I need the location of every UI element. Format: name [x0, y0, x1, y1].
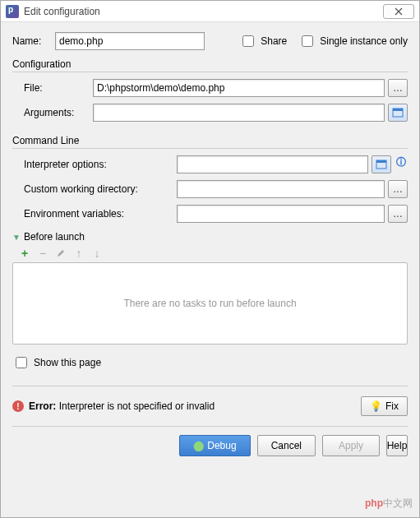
interpreter-options-input[interactable] — [177, 155, 368, 173]
cancel-button[interactable]: Cancel — [257, 435, 316, 456]
error-text: Error: Interpreter is not specified or i… — [29, 400, 215, 412]
bulb-icon: 💡 — [370, 400, 382, 412]
before-launch-toolbar: + − ↑ ↓ — [12, 247, 408, 259]
error-icon: ! — [12, 400, 24, 412]
env-vars-row: Environment variables: … — [12, 205, 408, 223]
add-task-button[interactable]: + — [19, 247, 30, 259]
file-input[interactable] — [93, 79, 385, 97]
error-row: ! Error: Interpreter is not specified or… — [12, 386, 408, 416]
cancel-label: Cancel — [271, 440, 302, 451]
watermark-brand: php — [365, 497, 383, 509]
svg-rect-3 — [376, 160, 386, 163]
bug-icon: ⬤ — [193, 440, 204, 451]
tasks-list: There are no tasks to run before launch — [12, 262, 408, 345]
watermark: php中文网 — [365, 497, 413, 511]
help-label: Help — [387, 440, 408, 451]
env-vars-label: Environment variables: — [12, 208, 177, 220]
move-up-button[interactable]: ↑ — [73, 247, 85, 259]
configuration-section-title: Configuration — [12, 58, 408, 72]
tasks-empty-text: There are no tasks to run before launch — [123, 298, 296, 309]
file-browse-button[interactable]: … — [388, 79, 408, 97]
remove-task-button[interactable]: − — [37, 247, 48, 259]
debug-label: Debug — [207, 440, 236, 451]
close-icon — [394, 7, 404, 16]
dialog-content: Name: Share Single instance only Configu… — [1, 22, 419, 463]
apply-label: Apply — [339, 440, 363, 451]
name-row: Name: Share Single instance only — [12, 32, 408, 50]
ellipsis-icon: … — [393, 82, 403, 94]
before-launch-section: ▼ Before launch + − ↑ ↓ There are no tas… — [12, 231, 408, 371]
edit-configuration-dialog: Edit configuration Name: Share Single in… — [0, 0, 420, 518]
env-vars-browse-button[interactable]: … — [388, 205, 408, 223]
pencil-icon — [56, 248, 66, 258]
chevron-down-icon: ▼ — [12, 233, 21, 242]
app-icon — [6, 5, 19, 18]
file-row: File: … — [12, 79, 408, 97]
working-dir-input[interactable] — [177, 180, 385, 198]
fix-label: Fix — [385, 400, 399, 412]
fix-button[interactable]: 💡 Fix — [361, 396, 408, 416]
arguments-expand-button[interactable] — [388, 104, 408, 122]
ellipsis-icon: … — [393, 183, 403, 195]
watermark-suffix: 中文网 — [383, 497, 413, 509]
help-button[interactable]: Help — [386, 435, 408, 456]
ellipsis-icon: … — [393, 208, 403, 220]
single-instance-box[interactable] — [302, 35, 313, 47]
arguments-label: Arguments: — [12, 107, 93, 118]
show-this-page-checkbox[interactable]: Show this page — [12, 354, 101, 371]
working-dir-row: Custom working directory: … — [12, 180, 408, 198]
command-line-section-title: Command Line — [12, 135, 408, 149]
before-launch-title: Before launch — [24, 231, 85, 243]
show-this-page-label: Show this page — [34, 357, 101, 368]
env-vars-input[interactable] — [177, 205, 385, 223]
name-input[interactable] — [55, 32, 205, 50]
svg-rect-1 — [393, 109, 403, 111]
working-dir-browse-button[interactable]: … — [388, 180, 408, 198]
close-button[interactable] — [383, 4, 414, 19]
arguments-input[interactable] — [93, 104, 385, 122]
move-down-button[interactable]: ↓ — [91, 247, 103, 259]
button-row: ⬤ Debug Cancel Apply Help — [12, 426, 408, 456]
working-dir-label: Custom working directory: — [12, 183, 177, 195]
edit-task-button[interactable] — [55, 247, 67, 259]
expand-icon — [376, 160, 387, 169]
window-title: Edit configuration — [24, 6, 383, 17]
info-icon[interactable]: ⓘ — [395, 155, 408, 173]
single-instance-label: Single instance only — [320, 35, 408, 47]
show-this-page-box[interactable] — [16, 357, 27, 368]
file-label: File: — [12, 82, 93, 94]
share-label: Share — [261, 35, 287, 47]
name-label: Name: — [12, 35, 55, 47]
titlebar: Edit configuration — [1, 1, 419, 22]
error-prefix: Error: — [29, 400, 56, 412]
single-instance-checkbox[interactable]: Single instance only — [298, 33, 408, 49]
arguments-row: Arguments: — [12, 104, 408, 122]
interpreter-options-row: Interpreter options: ⓘ — [12, 155, 408, 173]
before-launch-disclosure[interactable]: ▼ Before launch — [12, 231, 408, 243]
interpreter-options-label: Interpreter options: — [12, 159, 177, 170]
share-checkbox[interactable]: Share — [239, 33, 287, 49]
debug-button[interactable]: ⬤ Debug — [179, 435, 250, 456]
expand-icon — [392, 108, 404, 118]
interpreter-options-expand-button[interactable] — [372, 155, 391, 173]
share-checkbox-box[interactable] — [242, 35, 254, 47]
apply-button[interactable]: Apply — [322, 435, 380, 456]
error-message: Interpreter is not specified or invalid — [59, 400, 215, 412]
